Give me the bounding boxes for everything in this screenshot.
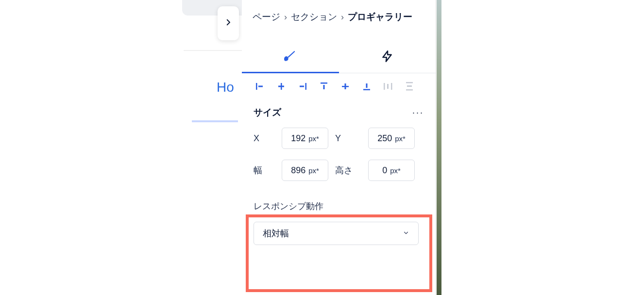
svg-rect-1 — [256, 83, 257, 90]
svg-rect-15 — [391, 83, 392, 90]
svg-marker-0 — [383, 51, 391, 62]
breadcrumb-item-section[interactable]: セクション — [291, 11, 337, 23]
svg-rect-4 — [278, 86, 284, 87]
y-label: Y — [335, 133, 368, 144]
width-input[interactable]: 896 px* — [282, 160, 328, 181]
dropdown-selected-label: 相対幅 — [263, 228, 289, 239]
svg-rect-2 — [258, 86, 263, 87]
x-input[interactable]: 192 px* — [282, 128, 328, 149]
svg-rect-6 — [300, 86, 304, 87]
chevron-down-icon — [403, 229, 409, 239]
svg-rect-17 — [407, 85, 412, 87]
x-label: X — [254, 133, 282, 144]
x-unit: px* — [308, 134, 319, 143]
inspector-tabs — [242, 42, 436, 73]
inspector-panel: ページ › セクション › プロギャラリー — [242, 0, 436, 295]
align-top-icon[interactable] — [319, 81, 329, 92]
panel-expand-button[interactable] — [218, 6, 239, 40]
svg-rect-13 — [384, 83, 385, 90]
alignment-toolbar — [242, 73, 436, 96]
more-options-button[interactable]: ··· — [412, 108, 424, 118]
nav-underline — [192, 120, 238, 122]
distribute-h-icon[interactable] — [383, 81, 393, 92]
y-input[interactable]: 250 px* — [368, 128, 415, 149]
svg-rect-16 — [406, 82, 413, 83]
width-unit: px* — [308, 166, 319, 175]
y-unit: px* — [395, 134, 406, 143]
height-unit: px* — [390, 166, 401, 175]
svg-rect-8 — [323, 85, 325, 89]
nav-link-fragment[interactable]: Ho — [217, 80, 234, 95]
breadcrumb-item-page[interactable]: ページ — [253, 11, 280, 23]
y-value: 250 — [377, 133, 392, 144]
svg-rect-5 — [305, 83, 307, 90]
tab-design[interactable] — [242, 42, 339, 73]
align-right-icon[interactable] — [297, 81, 308, 92]
responsive-behavior-dropdown[interactable]: 相対幅 — [254, 222, 419, 245]
align-bottom-icon[interactable] — [361, 81, 372, 92]
chevron-right-icon: › — [284, 12, 287, 22]
chevron-right-icon: › — [341, 12, 344, 22]
align-center-h-icon[interactable] — [276, 81, 287, 92]
size-section: サイズ ··· X 192 px* Y 250 px* 幅 896 px* 高さ… — [242, 96, 436, 186]
height-value: 0 — [382, 165, 387, 176]
breadcrumb-item-current: プロギャラリー — [348, 11, 412, 23]
svg-rect-7 — [321, 82, 327, 84]
size-section-title: サイズ — [254, 106, 281, 119]
canvas-divider — [184, 50, 247, 51]
responsive-section-title: レスポンシブ動作 — [254, 200, 424, 212]
svg-rect-18 — [406, 89, 413, 91]
svg-rect-11 — [363, 89, 370, 91]
responsive-section: レスポンシブ動作 相対幅 — [242, 186, 436, 250]
width-label: 幅 — [254, 164, 282, 176]
width-value: 896 — [291, 165, 305, 176]
svg-rect-14 — [387, 84, 389, 89]
height-label: 高さ — [335, 164, 368, 176]
height-input[interactable]: 0 px* — [368, 160, 415, 181]
svg-rect-12 — [366, 83, 368, 88]
canvas-image-sliver — [437, 0, 441, 295]
brush-icon — [284, 50, 297, 65]
align-left-icon[interactable] — [254, 81, 265, 92]
align-center-v-icon[interactable] — [340, 81, 351, 92]
svg-rect-10 — [345, 83, 346, 89]
lightning-icon — [381, 50, 393, 65]
x-value: 192 — [291, 133, 305, 144]
distribute-v-icon[interactable] — [404, 81, 415, 92]
breadcrumb: ページ › セクション › プロギャラリー — [242, 0, 436, 23]
tab-interactions[interactable] — [339, 42, 436, 73]
chevron-right-icon — [224, 18, 233, 29]
